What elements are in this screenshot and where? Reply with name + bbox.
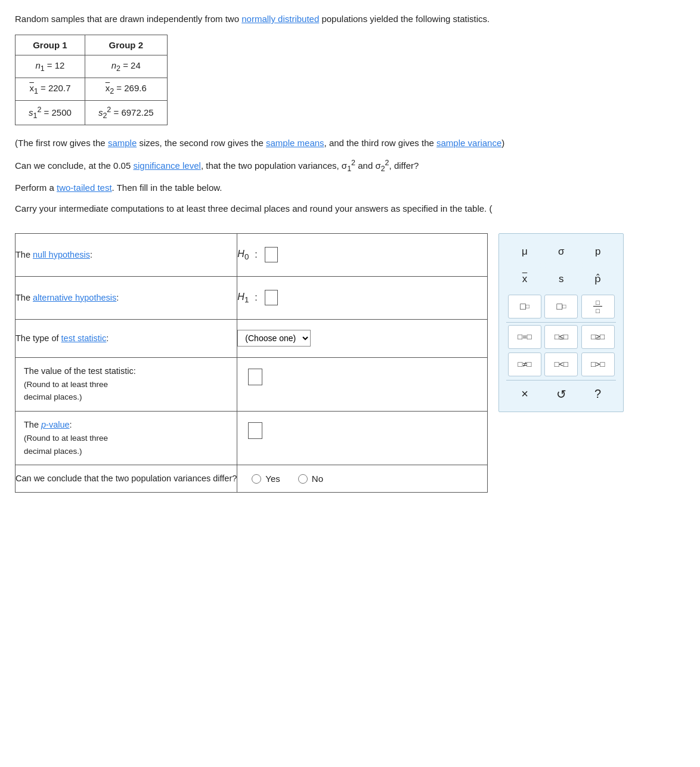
null-hypothesis-link[interactable]: null hypothesis <box>33 250 90 259</box>
palette-row-2: x s p̂ <box>506 267 616 291</box>
xbar1-cell: x1 = 220.7 <box>16 78 85 101</box>
palette-row-5: □≠□ □<□ □>□ <box>506 352 616 376</box>
s2sq-cell: s22 = 6972.25 <box>85 101 167 125</box>
help-button[interactable]: ? <box>581 383 615 406</box>
stat-value-row: The value of the test statistic: (Round … <box>16 357 488 411</box>
stat-type-row: The type of test statistic: (Choose one)… <box>16 319 488 357</box>
undo-button[interactable]: ↺ <box>544 383 578 406</box>
link-normally-distributed[interactable]: normally distributed <box>241 14 319 24</box>
alt-hypothesis-row: The alternative hypothesis: H1 : <box>16 276 488 319</box>
stat-value-label-cell: The value of the test statistic: (Round … <box>16 357 237 411</box>
alt-notation: H1 : <box>237 290 487 305</box>
leq-button[interactable]: □≤□ <box>544 325 578 349</box>
question-line: Can we conclude, at the 0.05 significanc… <box>15 157 685 175</box>
yes-label: Yes <box>265 474 280 484</box>
yes-radio[interactable] <box>252 474 261 484</box>
p-button[interactable]: p <box>581 240 615 264</box>
null-input-cell: H0 : <box>237 233 488 276</box>
no-option[interactable]: No <box>298 474 323 484</box>
conclude-options-cell: Yes No <box>237 465 488 493</box>
subscript-button[interactable]: □□ <box>544 295 578 318</box>
null-colon: : <box>255 249 257 260</box>
null-label-cell: The null hypothesis: <box>16 233 237 276</box>
palette-row-1: μ σ p <box>506 240 616 264</box>
no-label: No <box>312 474 323 484</box>
null-hypothesis-row: The null hypothesis: H0 : <box>16 233 488 276</box>
alt-input-box[interactable] <box>265 290 278 305</box>
null-notation: H0 : <box>237 247 487 262</box>
symbol-palette: μ σ p x s p̂ □□ □□ □ □ □=□ □≤□ □≥□ □≠□ □… <box>498 233 624 412</box>
link-significance-level[interactable]: significance level <box>133 160 200 171</box>
alt-colon: : <box>255 292 257 303</box>
stat-value-note: (Round to at least threedecimal places.) <box>24 380 108 402</box>
fraction-button[interactable]: □ □ <box>581 295 615 318</box>
stat-type-label-cell: The type of test statistic: <box>16 319 237 357</box>
mu-button[interactable]: μ <box>508 240 541 264</box>
n2-cell: n2 = 24 <box>85 55 167 78</box>
palette-divider-2 <box>506 380 616 381</box>
stat-type-input-cell: (Choose one) Z t F Chi-square <box>237 319 488 357</box>
statistics-table: Group 1 Group 2 n1 = 12 n2 = 24 x1 = 220… <box>15 35 168 125</box>
sq-button[interactable]: □□ <box>508 295 541 318</box>
phat-button[interactable]: p̂ <box>581 267 615 291</box>
gt-button[interactable]: □>□ <box>581 352 615 376</box>
xbar-button[interactable]: x <box>508 267 541 291</box>
geq-button[interactable]: □≥□ <box>581 325 615 349</box>
stat-value-input-cell <box>237 357 488 411</box>
xbar2-cell: x2 = 269.6 <box>85 78 167 101</box>
sigma-button[interactable]: σ <box>544 240 578 264</box>
answer-area: The null hypothesis: H0 : The alternativ… <box>15 233 685 493</box>
alt-hypothesis-link[interactable]: alternative hypothesis <box>33 293 116 302</box>
yes-option[interactable]: Yes <box>252 474 280 484</box>
s-button[interactable]: s <box>544 267 578 291</box>
link-sample[interactable]: sample <box>108 138 137 148</box>
n1-cell: n1 = 12 <box>16 55 85 78</box>
palette-row-4: □=□ □≤□ □≥□ <box>506 325 616 349</box>
s1sq-cell: s12 = 2500 <box>16 101 85 125</box>
alt-label-cell: The alternative hypothesis: <box>16 276 237 319</box>
p-value-link[interactable]: p-value <box>41 420 70 429</box>
link-sample-means[interactable]: sample means <box>266 138 324 148</box>
pval-row: The p-value: (Round to at least threedec… <box>16 412 488 465</box>
pval-label-cell: The p-value: (Round to at least threedec… <box>16 412 237 465</box>
palette-divider-1 <box>506 322 616 323</box>
times-button[interactable]: × <box>508 383 541 406</box>
test-statistic-link[interactable]: test statistic <box>61 333 107 343</box>
palette-row-3: □□ □□ □ □ <box>506 295 616 318</box>
null-input-box[interactable] <box>265 247 278 262</box>
h0-symbol: H0 <box>237 249 249 261</box>
perform-line: Perform a two-tailed test. Then fill in … <box>15 181 685 196</box>
conclude-row: Can we conclude that the two population … <box>16 465 488 493</box>
palette-bottom-row: × ↺ ? <box>506 383 616 406</box>
pval-input-box[interactable] <box>248 422 262 439</box>
stat-value-input-box[interactable] <box>248 369 262 385</box>
group2-header: Group 2 <box>85 35 167 55</box>
group1-header: Group 1 <box>16 35 85 55</box>
table-note: (The first row gives the sample sizes, t… <box>15 136 685 151</box>
conclude-label-cell: Can we conclude that the two population … <box>16 465 237 493</box>
lt-button[interactable]: □<□ <box>544 352 578 376</box>
answer-table: The null hypothesis: H0 : The alternativ… <box>15 233 488 493</box>
neq-button[interactable]: □≠□ <box>508 352 541 376</box>
intro-line1: Random samples that are drawn independen… <box>15 12 685 26</box>
stat-type-select[interactable]: (Choose one) Z t F Chi-square <box>237 330 311 347</box>
pval-input-cell <box>237 412 488 465</box>
h1-symbol: H1 <box>237 292 249 304</box>
link-two-tailed-test[interactable]: two-tailed test <box>57 183 112 193</box>
conclude-radio-group: Yes No <box>237 465 487 492</box>
pval-note: (Round to at least threedecimal places.) <box>24 434 108 456</box>
eq-button[interactable]: □=□ <box>508 325 541 349</box>
link-sample-variance[interactable]: sample variance <box>436 138 501 148</box>
no-radio[interactable] <box>298 474 308 484</box>
alt-input-cell: H1 : <box>237 276 488 319</box>
carry-line: Carry your intermediate computations to … <box>15 202 685 217</box>
